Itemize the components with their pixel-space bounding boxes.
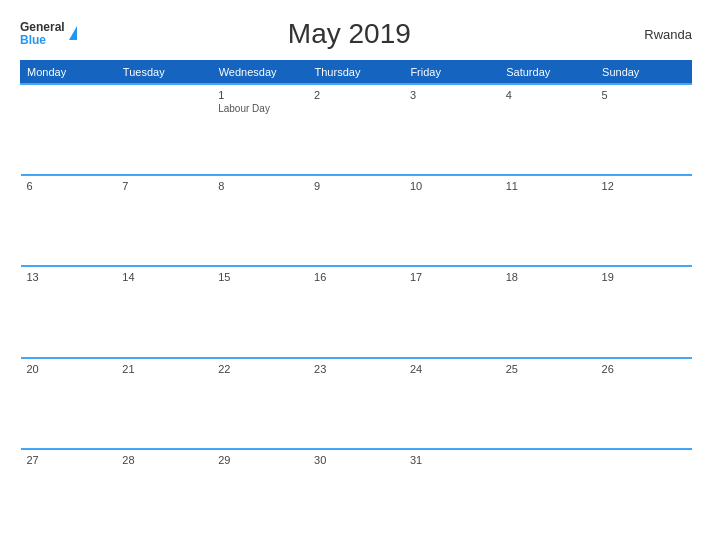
calendar-page: General Blue May 2019 Rwanda MondayTuesd… bbox=[0, 0, 712, 550]
calendar-cell: 9 bbox=[308, 175, 404, 266]
day-number: 28 bbox=[122, 454, 206, 466]
day-number: 15 bbox=[218, 271, 302, 283]
day-number: 12 bbox=[602, 180, 686, 192]
holiday-name: Labour Day bbox=[218, 103, 302, 114]
calendar-cell: 8 bbox=[212, 175, 308, 266]
calendar-cell: 14 bbox=[116, 266, 212, 357]
week-row-4: 20212223242526 bbox=[21, 358, 692, 449]
day-number: 20 bbox=[27, 363, 111, 375]
calendar-cell: 22 bbox=[212, 358, 308, 449]
calendar-cell: 15 bbox=[212, 266, 308, 357]
calendar-cell: 23 bbox=[308, 358, 404, 449]
calendar-cell: 11 bbox=[500, 175, 596, 266]
country-label: Rwanda bbox=[622, 27, 692, 42]
week-row-2: 6789101112 bbox=[21, 175, 692, 266]
calendar-cell: 12 bbox=[596, 175, 692, 266]
calendar-cell bbox=[500, 449, 596, 540]
day-number: 1 bbox=[218, 89, 302, 101]
day-header-sunday: Sunday bbox=[596, 61, 692, 85]
day-header-friday: Friday bbox=[404, 61, 500, 85]
calendar-cell: 7 bbox=[116, 175, 212, 266]
logo: General Blue bbox=[20, 21, 77, 47]
day-number: 19 bbox=[602, 271, 686, 283]
calendar-cell: 16 bbox=[308, 266, 404, 357]
day-number: 2 bbox=[314, 89, 398, 101]
calendar-cell: 2 bbox=[308, 84, 404, 175]
week-row-3: 13141516171819 bbox=[21, 266, 692, 357]
day-header-wednesday: Wednesday bbox=[212, 61, 308, 85]
week-row-5: 2728293031 bbox=[21, 449, 692, 540]
day-header-saturday: Saturday bbox=[500, 61, 596, 85]
day-number: 26 bbox=[602, 363, 686, 375]
day-number: 14 bbox=[122, 271, 206, 283]
day-number: 11 bbox=[506, 180, 590, 192]
calendar-cell: 18 bbox=[500, 266, 596, 357]
calendar-cell: 28 bbox=[116, 449, 212, 540]
calendar-cell: 29 bbox=[212, 449, 308, 540]
calendar-cell bbox=[21, 84, 117, 175]
day-number: 16 bbox=[314, 271, 398, 283]
day-number: 7 bbox=[122, 180, 206, 192]
day-number: 25 bbox=[506, 363, 590, 375]
day-number: 18 bbox=[506, 271, 590, 283]
calendar-cell: 10 bbox=[404, 175, 500, 266]
calendar-title: May 2019 bbox=[77, 18, 622, 50]
day-number: 23 bbox=[314, 363, 398, 375]
calendar-cell: 20 bbox=[21, 358, 117, 449]
calendar-cell: 13 bbox=[21, 266, 117, 357]
day-number: 22 bbox=[218, 363, 302, 375]
day-header-monday: Monday bbox=[21, 61, 117, 85]
day-number: 29 bbox=[218, 454, 302, 466]
day-number: 4 bbox=[506, 89, 590, 101]
calendar-cell: 31 bbox=[404, 449, 500, 540]
calendar-cell bbox=[116, 84, 212, 175]
calendar-cell: 17 bbox=[404, 266, 500, 357]
header: General Blue May 2019 Rwanda bbox=[20, 18, 692, 50]
day-number: 21 bbox=[122, 363, 206, 375]
calendar-cell: 26 bbox=[596, 358, 692, 449]
day-number: 24 bbox=[410, 363, 494, 375]
calendar-cell: 3 bbox=[404, 84, 500, 175]
day-number: 9 bbox=[314, 180, 398, 192]
day-number: 5 bbox=[602, 89, 686, 101]
day-number: 10 bbox=[410, 180, 494, 192]
logo-triangle-icon bbox=[69, 26, 77, 40]
day-header-tuesday: Tuesday bbox=[116, 61, 212, 85]
day-header-thursday: Thursday bbox=[308, 61, 404, 85]
day-number: 30 bbox=[314, 454, 398, 466]
day-number: 6 bbox=[27, 180, 111, 192]
calendar-cell: 4 bbox=[500, 84, 596, 175]
calendar-cell: 25 bbox=[500, 358, 596, 449]
day-number: 13 bbox=[27, 271, 111, 283]
calendar-cell: 24 bbox=[404, 358, 500, 449]
calendar-cell: 6 bbox=[21, 175, 117, 266]
calendar-cell: 1Labour Day bbox=[212, 84, 308, 175]
logo-blue: Blue bbox=[20, 34, 65, 47]
days-header-row: MondayTuesdayWednesdayThursdayFridaySatu… bbox=[21, 61, 692, 85]
logo-text: General Blue bbox=[20, 21, 65, 47]
calendar-cell: 30 bbox=[308, 449, 404, 540]
day-number: 3 bbox=[410, 89, 494, 101]
calendar-cell: 19 bbox=[596, 266, 692, 357]
calendar-cell bbox=[596, 449, 692, 540]
calendar-cell: 27 bbox=[21, 449, 117, 540]
calendar-cell: 5 bbox=[596, 84, 692, 175]
week-row-1: 1Labour Day2345 bbox=[21, 84, 692, 175]
day-number: 27 bbox=[27, 454, 111, 466]
calendar-cell: 21 bbox=[116, 358, 212, 449]
day-number: 8 bbox=[218, 180, 302, 192]
day-number: 31 bbox=[410, 454, 494, 466]
calendar-table: MondayTuesdayWednesdayThursdayFridaySatu… bbox=[20, 60, 692, 540]
day-number: 17 bbox=[410, 271, 494, 283]
